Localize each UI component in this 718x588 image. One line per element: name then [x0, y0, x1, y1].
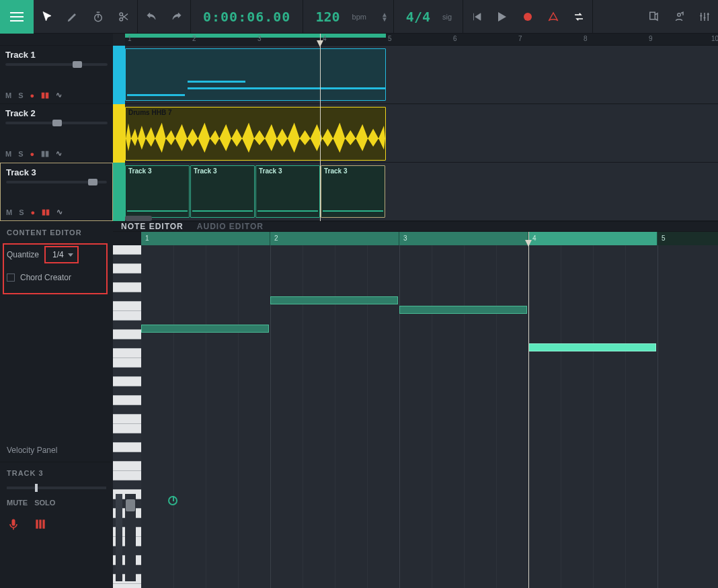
- mute-button[interactable]: M: [5, 91, 11, 99]
- menu-button[interactable]: [0, 0, 34, 34]
- track-name: Track 1: [5, 50, 108, 60]
- bar-number: 3: [403, 235, 407, 242]
- bpm-value[interactable]: 120: [309, 9, 340, 25]
- volume-fader[interactable]: [125, 494, 136, 581]
- track-volume-slider[interactable]: [5, 122, 108, 124]
- rewind-icon[interactable]: [469, 9, 485, 25]
- horizontal-scrollbar[interactable]: [125, 216, 152, 221]
- play-icon[interactable]: [494, 9, 510, 25]
- midi-note[interactable]: [141, 325, 269, 333]
- mute-button[interactable]: M: [5, 150, 11, 158]
- tab-audio-editor[interactable]: AUDIO EDITOR: [197, 222, 264, 231]
- midi-note[interactable]: [528, 343, 656, 351]
- automation-icon[interactable]: ∿: [56, 91, 62, 99]
- mute-button[interactable]: MUTE: [7, 499, 28, 507]
- transport-time[interactable]: 0:00:06.00: [196, 9, 297, 25]
- midi-note[interactable]: [270, 296, 398, 304]
- automation-icon[interactable]: ∿: [56, 208, 63, 216]
- audio-clip[interactable]: Drums HHB 7: [125, 107, 386, 161]
- quantize-value: 1/4: [52, 250, 64, 259]
- midi-note[interactable]: [399, 306, 527, 314]
- midi-clip[interactable]: Track 3: [125, 165, 190, 218]
- undo-icon[interactable]: [143, 9, 159, 25]
- export-icon[interactable]: [645, 9, 662, 25]
- record-arm-icon[interactable]: ●: [31, 208, 36, 216]
- loop-region[interactable]: [125, 34, 386, 38]
- bar-number: 7: [518, 35, 522, 42]
- playhead[interactable]: [320, 34, 321, 221]
- note-grid[interactable]: 1 2 3 4 5: [141, 232, 718, 588]
- cut-tool-icon[interactable]: [116, 9, 132, 25]
- midi-clip[interactable]: Track 3: [255, 165, 320, 218]
- solo-button[interactable]: S: [19, 208, 24, 216]
- midi-input-icon[interactable]: ▮▮: [41, 149, 49, 158]
- arrangement-view: Track 1 M S ● ▮▮ ∿ Track 2 M S ● ▮▮ ∿ Tr…: [0, 34, 718, 222]
- record-icon[interactable]: [520, 9, 536, 25]
- automation-icon[interactable]: ∿: [56, 149, 62, 158]
- note-playhead[interactable]: [528, 232, 529, 588]
- track-lane[interactable]: Drums HHB 7: [125, 104, 718, 163]
- pointer-tool-icon[interactable]: [39, 9, 55, 25]
- share-icon[interactable]: [671, 9, 687, 25]
- svg-rect-4: [12, 519, 15, 526]
- svg-point-3: [678, 13, 681, 16]
- record-arm-icon[interactable]: ●: [30, 91, 35, 99]
- midi-clip[interactable]: Track 3: [321, 165, 385, 218]
- redo-icon[interactable]: [169, 9, 185, 25]
- record-arm-icon[interactable]: [7, 517, 20, 533]
- inspector-title: TRACK 3: [7, 469, 106, 477]
- midi-clip[interactable]: [125, 48, 386, 101]
- bar-number: 2: [192, 35, 196, 42]
- velocity-panel-label[interactable]: Velocity Panel: [7, 446, 57, 455]
- tab-note-editor[interactable]: NOTE EDITOR: [121, 222, 184, 231]
- solo-button[interactable]: SOLO: [34, 499, 55, 507]
- solo-button[interactable]: S: [18, 91, 23, 99]
- track-lane[interactable]: [125, 46, 718, 104]
- timeline[interactable]: 1 2 3 4 5 6 7 8 9 10 Drums HHB 7: [125, 34, 718, 221]
- track-name: Track 2: [5, 108, 108, 118]
- track-lane[interactable]: Track 3 Track 3 Track 3 Track 3: [125, 163, 718, 221]
- mixer-icon[interactable]: [696, 9, 713, 25]
- pencil-tool-icon[interactable]: [65, 9, 81, 25]
- bpm-stepper-icon[interactable]: ▲▼: [381, 12, 388, 22]
- bar-number: 10: [711, 35, 718, 42]
- track-header[interactable]: Track 3 M S ● ▮▮ ∿: [0, 163, 113, 221]
- midi-input-icon[interactable]: [34, 517, 47, 533]
- bar-number: 5: [388, 35, 392, 42]
- loop-icon[interactable]: [571, 9, 587, 25]
- midi-input-icon[interactable]: ▮▮: [42, 208, 50, 216]
- midi-input-icon[interactable]: ▮▮: [41, 91, 49, 99]
- clip-label: Track 3: [259, 167, 282, 175]
- stopwatch-tool-icon[interactable]: [90, 9, 106, 25]
- mute-button[interactable]: M: [6, 208, 12, 216]
- track-volume-slider[interactable]: [6, 181, 107, 183]
- power-icon[interactable]: [168, 496, 177, 505]
- solo-button[interactable]: S: [18, 150, 23, 158]
- note-ruler[interactable]: 1 2 3 4 5: [141, 232, 718, 245]
- track-header[interactable]: Track 1 M S ● ▮▮ ∿: [0, 46, 113, 104]
- editor-tabs: NOTE EDITOR AUDIO EDITOR: [113, 222, 718, 232]
- timeline-ruler[interactable]: 1 2 3 4 5 6 7 8 9 10: [125, 34, 718, 46]
- track-header[interactable]: Track 2 M S ● ▮▮ ∿: [0, 104, 113, 163]
- bar-number: 5: [662, 235, 666, 242]
- record-arm-icon[interactable]: ●: [30, 150, 35, 158]
- track-volume-slider[interactable]: [5, 63, 108, 66]
- svg-rect-6: [39, 519, 41, 528]
- svg-rect-7: [42, 519, 44, 528]
- metronome-icon[interactable]: [545, 9, 561, 25]
- midi-clip[interactable]: Track 3: [190, 165, 255, 218]
- track-color-strip[interactable]: [113, 163, 125, 221]
- pan-slider[interactable]: [7, 487, 106, 489]
- bar-number: 4: [323, 35, 327, 42]
- bpm-label: bpm: [350, 13, 372, 21]
- editor-section: CONTENT EDITOR Quantize 1/4 Chord Creato…: [0, 222, 718, 462]
- bar-number: 8: [584, 35, 588, 42]
- track-name: Track 3: [6, 167, 107, 177]
- track-color-strip[interactable]: [113, 46, 125, 104]
- time-signature[interactable]: 4/4: [399, 9, 430, 25]
- bar-number: 4: [532, 235, 536, 242]
- quantize-select[interactable]: 1/4: [44, 246, 79, 263]
- track-color-strips: [113, 34, 125, 221]
- track-color-strip[interactable]: [113, 104, 125, 163]
- bar-number: 9: [649, 35, 653, 42]
